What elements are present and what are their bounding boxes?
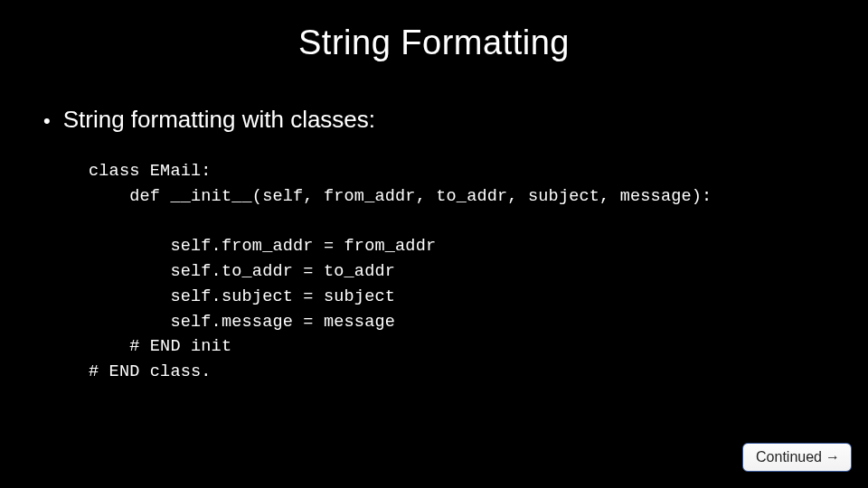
bullet-marker: • — [43, 109, 51, 133]
bullet-row: • String formatting with classes: — [36, 106, 832, 134]
slide: String Formatting • String formatting wi… — [0, 0, 868, 488]
continued-label: Continued — [756, 449, 822, 465]
slide-title: String Formatting — [36, 23, 832, 62]
continued-button[interactable]: Continued → — [742, 443, 852, 472]
arrow-right-icon: → — [826, 449, 840, 465]
code-block: class EMail: def __init__(self, from_add… — [36, 159, 832, 385]
bullet-text: String formatting with classes: — [63, 106, 375, 134]
